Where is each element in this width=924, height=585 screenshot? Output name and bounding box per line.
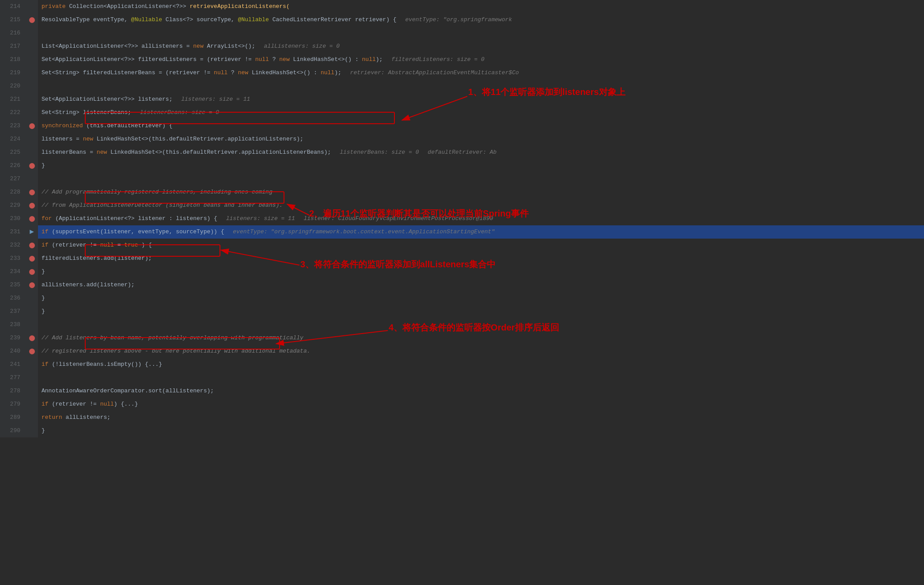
code-line-214: 214 private Collection<ApplicationListen… xyxy=(0,0,924,13)
gutter-220 xyxy=(26,80,38,93)
source-224: listeners = new LinkedHashSet<>(this.def… xyxy=(38,133,924,146)
line-number-227: 227 xyxy=(0,172,26,186)
gutter-238 xyxy=(26,318,38,331)
line-number-226: 226 xyxy=(0,159,26,172)
line-number-236: 236 xyxy=(0,292,26,305)
line-number-225: 225 xyxy=(0,146,26,159)
source-279: if (retriever != null) {...} xyxy=(38,398,924,411)
source-229: // from ApplicationListenerDetector (sin… xyxy=(38,199,924,212)
line-number-278: 278 xyxy=(0,384,26,398)
gutter-237 xyxy=(26,305,38,318)
gutter-223 xyxy=(26,119,38,133)
code-line-222: 222 Set<String> listenerBeans; listenerB… xyxy=(0,106,924,119)
source-216 xyxy=(38,27,924,40)
code-line-221: 221 Set<ApplicationListener<?>> listener… xyxy=(0,93,924,106)
gutter-277 xyxy=(26,371,38,384)
source-214: private Collection<ApplicationListener<?… xyxy=(38,0,924,13)
gutter-226 xyxy=(26,159,38,172)
line-number-219: 219 xyxy=(0,66,26,80)
breakpoint-dot xyxy=(29,216,35,222)
code-line-226: 226 } xyxy=(0,159,924,172)
code-line-232: 232 if (retriever != null = true ) { xyxy=(0,239,924,252)
code-line-224: 224 listeners = new LinkedHashSet<>(this… xyxy=(0,133,924,146)
gutter-279 xyxy=(26,398,38,411)
line-number-238: 238 xyxy=(0,318,26,331)
code-line-279: 279 if (retriever != null) {...} xyxy=(0,398,924,411)
line-number-215: 215 xyxy=(0,13,26,27)
line-number-224: 224 xyxy=(0,133,26,146)
breakpoint-dot xyxy=(29,282,35,288)
line-number-218: 218 xyxy=(0,53,26,66)
gutter-278 xyxy=(26,384,38,398)
breakpoint-dot xyxy=(29,163,35,169)
line-number-233: 233 xyxy=(0,252,26,265)
source-237: } xyxy=(38,305,924,318)
source-218: Set<ApplicationListener<?>> filteredList… xyxy=(38,53,924,66)
source-241: if (!listenerBeans.isEmpty()) {...} xyxy=(38,358,924,371)
source-227 xyxy=(38,172,924,186)
code-line-239: 239 // Add listeners by bean name, poten… xyxy=(0,331,924,345)
line-number-234: 234 xyxy=(0,265,26,278)
line-number-239: 239 xyxy=(0,331,26,345)
source-221: Set<ApplicationListener<?>> listeners; l… xyxy=(38,93,924,106)
source-231: if (supportsEvent(listener, eventType, s… xyxy=(38,225,924,239)
gutter-224 xyxy=(26,133,38,146)
line-number-241: 241 xyxy=(0,358,26,371)
source-215: ResolvableType eventType, @Nullable Clas… xyxy=(38,13,924,27)
code-line-234: 234 } xyxy=(0,265,924,278)
gutter-289 xyxy=(26,411,38,424)
code-lines: 214 private Collection<ApplicationListen… xyxy=(0,0,924,437)
code-line-290: 290 } xyxy=(0,424,924,437)
source-290: } xyxy=(38,424,924,437)
breakpoint-dot xyxy=(29,17,35,23)
gutter-214 xyxy=(26,0,38,13)
line-number-279: 279 xyxy=(0,398,26,411)
source-230: for (ApplicationListener<?> listener : l… xyxy=(38,212,924,225)
source-278: AnnotationAwareOrderComparator.sort(allL… xyxy=(38,384,924,398)
source-235: allListeners.add(listener); xyxy=(38,278,924,292)
gutter-229 xyxy=(26,199,38,212)
breakpoint-dot xyxy=(29,190,35,195)
source-289: return allListeners; xyxy=(38,411,924,424)
line-number-277: 277 xyxy=(0,371,26,384)
code-line-216: 216 xyxy=(0,27,924,40)
gutter-222 xyxy=(26,106,38,119)
code-line-236: 236 } xyxy=(0,292,924,305)
source-223: synchronized (this.defaultRetriever) { xyxy=(38,119,924,133)
code-line-278: 278 AnnotationAwareOrderComparator.sort(… xyxy=(0,384,924,398)
line-number-289: 289 xyxy=(0,411,26,424)
line-number-232: 232 xyxy=(0,239,26,252)
line-number-214: 214 xyxy=(0,0,26,13)
source-228: // Add programmatically registered liste… xyxy=(38,186,924,199)
source-236: } xyxy=(38,292,924,305)
breakpoint-dot xyxy=(29,269,35,275)
code-line-223: 223 synchronized (this.defaultRetriever)… xyxy=(0,119,924,133)
source-232: if (retriever != null = true ) { xyxy=(38,239,924,252)
source-219: Set<String> filteredListenerBeans = (ret… xyxy=(38,66,924,80)
code-line-229: 229 // from ApplicationListenerDetector … xyxy=(0,199,924,212)
execution-arrow: ▶ xyxy=(30,228,34,236)
gutter-215 xyxy=(26,13,38,27)
breakpoint-dot xyxy=(29,123,35,129)
source-226: } xyxy=(38,159,924,172)
gutter-228 xyxy=(26,186,38,199)
code-line-235: 235 allListeners.add(listener); xyxy=(0,278,924,292)
gutter-230 xyxy=(26,212,38,225)
code-line-233: 233 filteredListeners.add(listener); xyxy=(0,252,924,265)
source-225: listenerBeans = new LinkedHashSet<>(this… xyxy=(38,146,924,159)
line-number-217: 217 xyxy=(0,40,26,53)
breakpoint-dot xyxy=(29,349,35,354)
line-number-223: 223 xyxy=(0,119,26,133)
line-number-220: 220 xyxy=(0,80,26,93)
gutter-216 xyxy=(26,27,38,40)
gutter-240 xyxy=(26,345,38,358)
gutter-241 xyxy=(26,358,38,371)
line-number-216: 216 xyxy=(0,27,26,40)
source-220 xyxy=(38,80,924,93)
gutter-236 xyxy=(26,292,38,305)
gutter-217 xyxy=(26,40,38,53)
breakpoint-dot xyxy=(29,243,35,248)
gutter-219 xyxy=(26,66,38,80)
line-number-290: 290 xyxy=(0,424,26,437)
code-line-218: 218 Set<ApplicationListener<?>> filtered… xyxy=(0,53,924,66)
